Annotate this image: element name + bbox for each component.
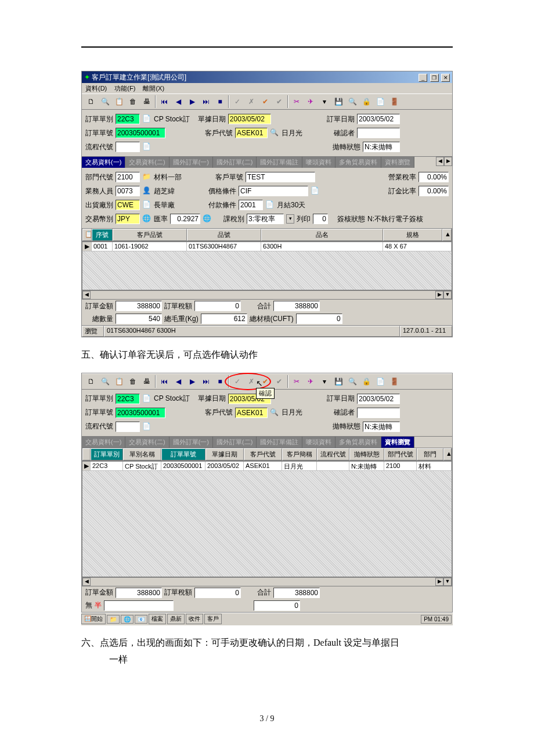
cell-6[interactable] <box>317 462 349 470</box>
menu-exit[interactable]: 離開(X) <box>143 85 164 92</box>
task-item[interactable]: 客戶 <box>204 614 222 624</box>
print-icon[interactable]: 🖶 <box>140 375 153 388</box>
cell-seq[interactable]: 0001 <box>92 242 113 251</box>
tab-browse[interactable]: 資料瀏覽 <box>381 437 414 448</box>
confirm-icon[interactable]: ✔ <box>259 375 272 388</box>
first-icon[interactable]: ⏮ <box>158 375 171 388</box>
cell-name[interactable]: 6300H <box>261 242 383 251</box>
scroll-right-icon[interactable]: ▶ <box>435 291 443 299</box>
dropdown-icon[interactable]: ▾ <box>318 95 331 108</box>
first-icon[interactable]: ⏮ <box>158 95 171 108</box>
row-marker[interactable]: ▶ <box>82 242 92 251</box>
col-1[interactable]: 單別名稱 <box>123 448 161 460</box>
delete-icon[interactable]: 🗑 <box>127 95 139 108</box>
check-icon[interactable]: ✓ <box>231 95 244 108</box>
task-item[interactable]: 🌐 <box>121 615 134 624</box>
exit-icon[interactable]: 🚪 <box>388 375 400 388</box>
tab-scroll-left[interactable]: ◀ <box>436 157 444 166</box>
col-4[interactable]: 客戶代號 <box>244 448 282 460</box>
fld-ordtype[interactable]: 22C3 <box>116 114 140 124</box>
last-icon[interactable]: ⏭ <box>200 375 212 388</box>
exit-icon[interactable]: 🚪 <box>388 95 400 108</box>
log-icon[interactable]: 📄 <box>374 375 387 388</box>
row-marker[interactable]: ▶ <box>82 462 91 470</box>
tool2-icon[interactable]: ✈ <box>304 95 317 108</box>
col-spec[interactable]: 規格 <box>383 229 442 241</box>
fld-curr[interactable]: JPY <box>116 214 140 224</box>
check-icon[interactable]: ✓ <box>231 375 244 388</box>
fld-payterm[interactable]: 2001 <box>239 200 263 210</box>
fld-sales[interactable]: 0073 <box>116 186 140 196</box>
new-icon[interactable]: 🗋 <box>85 375 98 388</box>
cell-3[interactable]: 2003/05/02 <box>205 462 244 470</box>
fld-orddate[interactable]: 2003/05/02 <box>357 114 400 124</box>
fld-ordno[interactable]: 20030500001 <box>116 408 165 418</box>
maximize-button[interactable]: ❐ <box>430 74 439 82</box>
task-item[interactable]: 📁 <box>107 615 120 624</box>
tool2-icon[interactable]: ✈ <box>304 375 317 388</box>
cell-0[interactable]: 22C3 <box>91 462 123 470</box>
copy-icon[interactable]: 📋 <box>113 375 125 388</box>
fld-ordno[interactable]: 20030500001 <box>116 128 165 138</box>
tab-foreign1[interactable]: 國外訂單(一) <box>169 437 213 448</box>
refresh-icon[interactable]: 🌐 <box>203 214 212 224</box>
col-0[interactable]: 訂單單別 <box>91 448 123 460</box>
scroll-left-icon[interactable]: ◀ <box>82 291 91 299</box>
scroll-left-icon[interactable]: ◀ <box>82 578 91 586</box>
tab-triangle[interactable]: 多角貿易資料 <box>335 437 381 448</box>
lookup-icon[interactable]: 📄 <box>311 186 320 196</box>
cell-8[interactable]: 2100 <box>384 462 417 470</box>
lookup-icon[interactable]: 📄 <box>142 200 151 210</box>
lookup-icon[interactable]: 📄 <box>142 422 151 431</box>
fld-custcode[interactable]: ASEK01 <box>235 408 268 418</box>
lookup-icon[interactable]: 📄 <box>265 200 275 210</box>
tab-trade1[interactable]: 交易資料(一) <box>82 157 125 168</box>
cell-9[interactable]: 材料 <box>417 462 452 470</box>
copy-icon[interactable]: 📋 <box>113 95 125 108</box>
lock-icon[interactable]: 🔒 <box>360 95 373 108</box>
tab-trade2[interactable]: 交易資料(二) <box>125 437 169 448</box>
fld-rate[interactable]: 0.2927 <box>170 214 200 224</box>
fld-docdate[interactable]: 2003/05/02 <box>228 114 271 124</box>
cell-pn[interactable]: 01TS6300H4867 <box>187 242 261 251</box>
task-item[interactable]: 收件 <box>186 614 203 624</box>
cell-spec[interactable]: 48 X 67 <box>383 242 452 251</box>
fld-flowcode[interactable] <box>116 142 140 152</box>
task-item[interactable]: 鼎新 <box>167 614 185 624</box>
next-icon[interactable]: ▶ <box>186 375 199 388</box>
fld-custordno[interactable]: TEST <box>246 172 315 182</box>
fld-priceterm[interactable]: CIF <box>239 186 308 196</box>
calendar-icon[interactable] <box>273 114 283 124</box>
preview-icon[interactable]: 🔍 <box>99 375 111 388</box>
fld-orddate[interactable]: 2003/05/02 <box>357 394 400 404</box>
tab-trade2[interactable]: 交易資料(二) <box>125 157 169 168</box>
tool1-icon[interactable]: ✂ <box>290 95 303 108</box>
tab-mark[interactable]: 嘜頭資料 <box>302 437 335 448</box>
lookup-icon[interactable]: 📄 <box>142 142 151 152</box>
menu-data[interactable]: 資料(D) <box>85 85 107 92</box>
cell-2[interactable]: 20030500001 <box>161 462 205 470</box>
tab-foreign-note[interactable]: 國外訂單備註 <box>257 157 302 168</box>
log-icon[interactable]: 📄 <box>374 95 387 108</box>
fld-custcode[interactable]: ASEK01 <box>235 128 268 138</box>
lock-icon[interactable]: 🔒 <box>360 375 373 388</box>
fld-dept[interactable]: 2100 <box>116 172 140 182</box>
tab-foreign2[interactable]: 國外訂單(二) <box>213 437 257 448</box>
fld-shipfac[interactable]: CWE <box>116 200 140 210</box>
scroll-down-icon[interactable]: ▼ <box>443 291 452 299</box>
col-7[interactable]: 拋轉狀態 <box>349 448 384 460</box>
lookup-icon[interactable]: 🔍 <box>270 128 279 138</box>
next-icon[interactable]: ▶ <box>186 95 199 108</box>
col-2[interactable]: 訂單單號 <box>161 448 205 460</box>
prev-icon[interactable]: ◀ <box>172 375 185 388</box>
confirm-icon[interactable]: ✔ <box>259 95 272 108</box>
preview-icon[interactable]: 🔍 <box>99 95 111 108</box>
cell-1[interactable]: CP Stock訂 <box>123 462 161 470</box>
tab-triangle[interactable]: 多角貿易資料 <box>335 157 381 168</box>
lookup-icon[interactable]: 🔍 <box>270 408 279 417</box>
col-custpn[interactable]: 客戶品號 <box>113 229 187 241</box>
fld-ordtype[interactable]: 22C3 <box>116 394 140 404</box>
fld-docdate[interactable]: 2003/05/02 <box>228 394 271 404</box>
col-8[interactable]: 部門代號 <box>384 448 417 460</box>
unconfirm-icon[interactable]: ✔ <box>273 95 286 108</box>
